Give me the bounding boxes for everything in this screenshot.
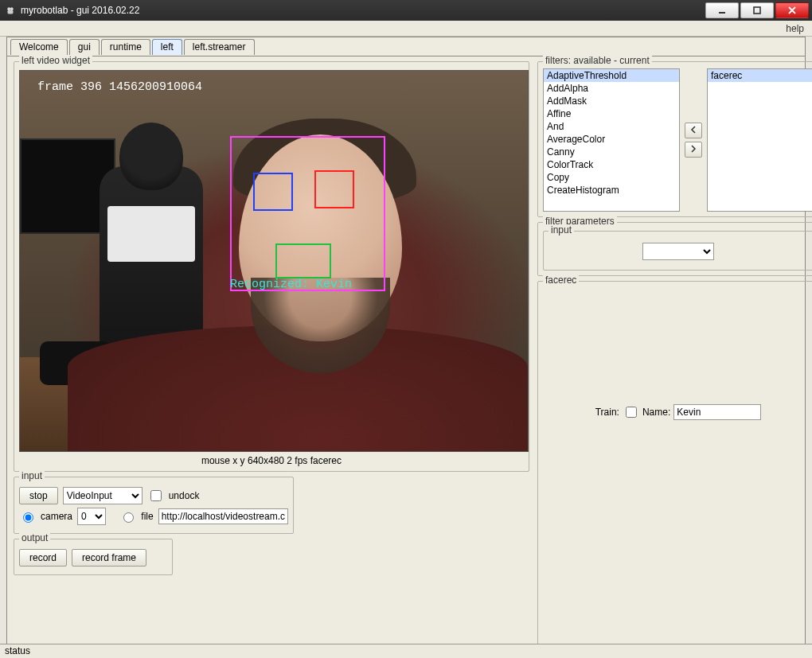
record-button[interactable]: record [19, 549, 67, 567]
svg-rect-3 [719, 12, 725, 14]
name-label: Name: [642, 407, 670, 418]
tab-left[interactable]: left [152, 39, 182, 55]
app-icon [5, 5, 16, 16]
tab-runtime[interactable]: runtime [101, 39, 150, 55]
current-filters-list[interactable]: facerec [707, 68, 812, 212]
tabs: Welcome gui runtime left left.streamer [7, 37, 805, 55]
list-item[interactable]: facerec [708, 69, 812, 82]
list-item[interactable]: AddMask [544, 95, 679, 107]
undock-label: undock [169, 490, 200, 501]
video-widget-group: left video widget fram [14, 61, 529, 472]
mouth-rect [275, 243, 331, 278]
left-eye-rect [253, 173, 293, 211]
file-url-input[interactable] [158, 508, 288, 524]
output-legend: output [19, 532, 50, 543]
record-frame-button[interactable]: record frame [72, 549, 146, 567]
help-menu[interactable]: help [786, 23, 804, 34]
filter-input-subgroup: input [543, 231, 812, 271]
app-window: myrobotlab - gui 2016.02.22 help Welcome… [0, 0, 812, 658]
right-eye-rect [314, 170, 354, 208]
svg-point-0 [7, 7, 10, 10]
undock-checkbox[interactable] [150, 490, 162, 501]
chevron-left-icon [690, 125, 697, 136]
window-title: myrobotlab - gui 2016.02.22 [21, 5, 139, 16]
video-widget-legend: left video widget [19, 55, 92, 66]
input-group: input stop VideoInput undock camera [14, 477, 294, 534]
file-radio[interactable] [123, 512, 134, 523]
input-legend: input [19, 470, 45, 481]
svg-point-1 [10, 7, 14, 10]
list-item[interactable]: AverageColor [544, 133, 679, 146]
available-filters-list[interactable]: AdaptiveThreshold AddAlpha AddMask Affin… [543, 68, 680, 212]
menubar: help [0, 21, 812, 37]
status-bar: status [0, 644, 812, 658]
tab-content: left video widget fram [7, 56, 805, 656]
window-controls [705, 2, 809, 18]
train-checkbox[interactable] [626, 407, 637, 418]
tab-gui[interactable]: gui [69, 39, 100, 55]
list-item[interactable]: Copy [544, 171, 679, 184]
maximize-button[interactable] [740, 2, 774, 18]
filter-input-legend: input [548, 224, 574, 236]
facerec-legend: facerec [543, 274, 579, 286]
remove-filter-button[interactable] [685, 123, 702, 138]
close-button[interactable] [775, 2, 809, 18]
minimize-button[interactable] [705, 2, 739, 18]
list-item[interactable]: Affine [544, 107, 679, 120]
name-input[interactable] [673, 404, 761, 420]
chevron-right-icon [690, 144, 697, 155]
add-filter-button[interactable] [685, 142, 702, 158]
file-label: file [141, 511, 153, 522]
video-caption: mouse x y 640x480 2 fps facerec [19, 455, 524, 466]
list-item[interactable]: CreateHistogram [544, 184, 679, 197]
recognized-text: Recognized: Kevin [230, 278, 352, 291]
titlebar: myrobotlab - gui 2016.02.22 [0, 0, 812, 21]
tab-leftstreamer[interactable]: left.streamer [184, 39, 255, 55]
camera-radio[interactable] [23, 512, 33, 523]
source-select[interactable]: VideoInput [63, 487, 142, 504]
stop-button[interactable]: stop [19, 487, 58, 504]
filters-legend: filters: available - current [543, 55, 652, 66]
svg-rect-4 [754, 7, 760, 14]
frame-text: frame 396 1456200910064 [37, 80, 202, 94]
list-item[interactable]: AdaptiveThreshold [544, 69, 679, 82]
camera-label: camera [41, 511, 72, 522]
filter-parameters-group: filter parameters input [537, 222, 812, 276]
camera-index-select[interactable]: 0 [77, 508, 106, 525]
main-panel: Welcome gui runtime left left.streamer l… [6, 37, 806, 657]
status-label: status [5, 645, 30, 656]
svg-rect-2 [8, 10, 14, 14]
filter-input-select[interactable] [642, 243, 714, 260]
filters-group: filters: available - current AdaptiveThr… [537, 61, 812, 217]
facerec-group: facerec Train: Name: [537, 281, 812, 652]
tab-welcome[interactable]: Welcome [10, 39, 68, 55]
output-group: output record record frame [14, 539, 173, 575]
list-item[interactable]: Canny [544, 146, 679, 158]
list-item[interactable]: AddAlpha [544, 82, 679, 95]
list-item[interactable]: And [544, 120, 679, 133]
train-label: Train: [595, 407, 619, 418]
list-item[interactable]: ColorTrack [544, 158, 679, 171]
video-display[interactable]: frame 396 1456200910064 Recognized: Kevi… [19, 70, 529, 452]
